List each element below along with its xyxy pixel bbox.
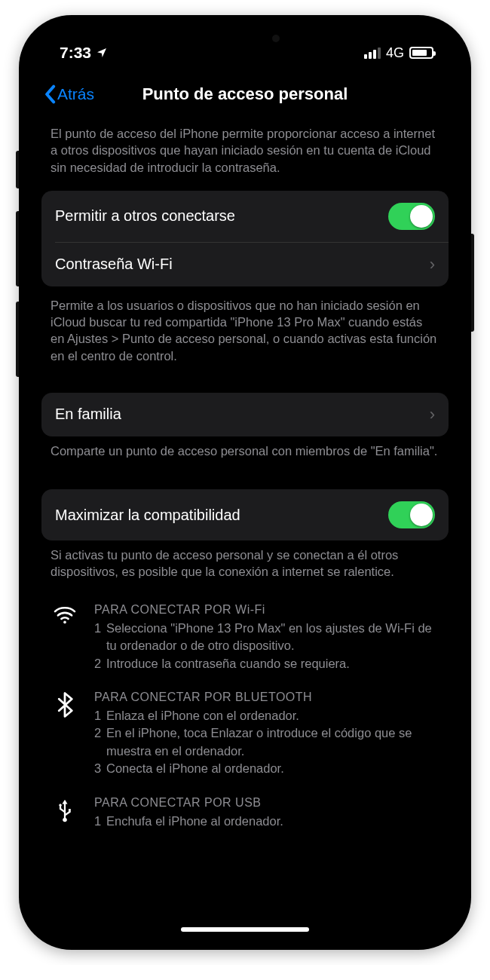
section-desc-allow: Permite a los usuarios o dispositivos qu… — [29, 286, 461, 372]
row-label: Maximizar la compatibilidad — [55, 507, 240, 524]
instruction-wifi: PARA CONECTAR POR Wi-Fi 1Selecciona "iPh… — [29, 588, 461, 675]
signal-icon — [364, 47, 381, 59]
section-desc-compat: Si activas tu punto de acceso personal y… — [29, 541, 461, 588]
notch — [173, 26, 317, 51]
instr-line: En el iPhone, toca Enlazar o introduce e… — [106, 724, 439, 760]
group-compat: Maximizar la compatibilidad — [41, 489, 449, 541]
location-icon — [96, 47, 108, 59]
group-main: Permitir a otros conectarse Contraseña W… — [41, 191, 449, 286]
instr-line: Enchufa el iPhone al ordenador. — [106, 813, 283, 830]
chevron-right-icon: › — [430, 405, 435, 424]
toggle-allow-others[interactable] — [388, 203, 435, 230]
usb-icon — [52, 796, 78, 830]
nav-bar: Atrás Punto de acceso personal — [29, 66, 461, 115]
back-label: Atrás — [57, 85, 94, 103]
row-family[interactable]: En familia › — [41, 393, 449, 436]
row-label: Permitir a otros conectarse — [55, 207, 235, 225]
group-family: En familia › — [41, 393, 449, 436]
instr-title: PARA CONECTAR POR Wi-Fi — [94, 603, 439, 617]
instruction-usb: PARA CONECTAR POR USB 1Enchufa el iPhone… — [29, 781, 461, 830]
section-desc-family: Comparte un punto de acceso personal con… — [29, 436, 461, 467]
content: El punto de acceso del iPhone permite pr… — [29, 115, 461, 860]
instr-line: Selecciona "iPhone 13 Pro Max" en los aj… — [106, 620, 439, 655]
network-label: 4G — [386, 45, 404, 61]
phone-frame: 7:33 4G Atrás Punto de acceso personal E… — [19, 15, 471, 950]
row-allow-others[interactable]: Permitir a otros conectarse — [41, 191, 449, 242]
instr-line: Introduce la contraseña cuando se requie… — [106, 655, 350, 672]
row-wifi-password[interactable]: Contraseña Wi-Fi › — [55, 242, 449, 286]
status-time: 7:33 — [60, 44, 91, 62]
instr-title: PARA CONECTAR POR BLUETOOTH — [94, 691, 439, 704]
home-indicator[interactable] — [181, 927, 309, 932]
screen: 7:33 4G Atrás Punto de acceso personal E… — [29, 26, 461, 939]
row-label: En familia — [55, 406, 121, 423]
chevron-right-icon: › — [430, 255, 435, 274]
instr-line: Enlaza el iPhone con el ordenador. — [106, 707, 299, 724]
toggle-maximize-compat[interactable] — [388, 501, 435, 528]
section-desc-intro: El punto de acceso del iPhone permite pr… — [29, 115, 461, 183]
back-button[interactable]: Atrás — [43, 84, 94, 104]
instruction-bluetooth: PARA CONECTAR POR BLUETOOTH 1Enlaza el i… — [29, 675, 461, 781]
row-label: Contraseña Wi-Fi — [55, 256, 173, 273]
wifi-icon — [52, 603, 78, 672]
chevron-left-icon — [43, 84, 57, 104]
row-maximize-compat[interactable]: Maximizar la compatibilidad — [41, 489, 449, 541]
instr-line: Conecta el iPhone al ordenador. — [106, 760, 284, 777]
svg-point-0 — [63, 620, 66, 623]
battery-icon — [409, 47, 433, 59]
bluetooth-icon — [52, 691, 78, 778]
instr-title: PARA CONECTAR POR USB — [94, 796, 439, 810]
